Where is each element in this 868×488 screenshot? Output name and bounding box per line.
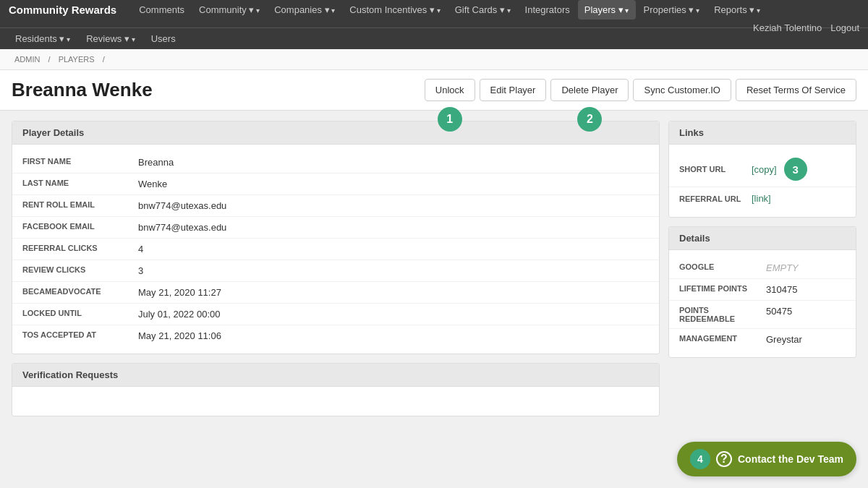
detail-value: bnw774@utexas.edu [138,222,226,233]
detail-value: May 21, 2020 11:27 [138,287,221,298]
links-row: SHORT URL[copy]3 [669,152,856,187]
nav-item-gift-cards[interactable]: Gift Cards ▾ [448,0,517,20]
details-label: LIFETIME POINTS [679,284,766,295]
links-header: Links [669,121,856,145]
links-label: SHORT URL [679,165,744,174]
right-panel: Links SHORT URL[copy]3REFERRAL URL[link]… [668,121,856,425]
details-header: Details [669,227,856,250]
nav-item-comments[interactable]: Comments [132,0,191,20]
verification-requests-header: Verification Requests [12,364,659,387]
breadcrumb: ADMIN / PLAYERS / [0,49,868,70]
nav-bottom-item-reviews[interactable]: Reviews ▾ [80,29,142,48]
details-row: MANAGEMENTGreystar [669,329,856,350]
nav-item-custom-incentives[interactable]: Custom Incentives ▾ [343,0,446,20]
details-section: Details GOOGLEEMPTYLIFETIME POINTS310475… [668,226,856,358]
detail-value: 3 [138,265,143,276]
verification-requests-body [12,387,659,416]
nav-bottom-item-users[interactable]: Users [145,29,182,48]
detail-label: FIRST NAME [22,157,138,168]
detail-label: BECAMEADVOCATE [22,287,138,298]
detail-row: REFERRAL CLICKS4 [12,239,659,260]
links-label: REFERRAL URL [679,194,744,203]
page-title: Breanna Wenke [12,79,153,110]
detail-label: REFERRAL CLICKS [22,244,138,254]
detail-row: RENT ROLL EMAILbnw774@utexas.edu [12,195,659,217]
brand: Community Rewards [9,4,116,16]
details-value: EMPTY [766,262,799,273]
breadcrumb-admin[interactable]: ADMIN [14,55,40,64]
breadcrumb-players[interactable]: PLAYERS [59,55,95,64]
btn-sync-customer.io[interactable]: Sync Customer.IO [633,79,731,101]
detail-row: REVIEW CLICKS3 [12,260,659,282]
detail-value: Wenke [138,179,167,189]
navbar-user: Keziah Tolentino Logout [753,22,859,33]
details-row: POINTS REDEEMABLE50475 [669,301,856,329]
detail-label: FACEBOOK EMAIL [22,222,138,233]
player-details-header: Player Details [12,121,659,145]
details-value: 310475 [766,284,797,295]
links-row: REFERRAL URL[link] [669,187,856,210]
player-details-body: FIRST NAMEBreannaLAST NAMEWenkeRENT ROLL… [12,145,659,354]
detail-value: July 01, 2022 00:00 [138,309,220,320]
logout-button[interactable]: Logout [830,22,859,33]
navbar: Community Rewards CommentsCommunity ▾Com… [0,0,868,49]
details-label: MANAGEMENT [679,334,766,345]
page-header: Breanna Wenke UnlockEdit PlayerDelete Pl… [0,70,868,111]
btn-edit-player[interactable]: Edit Player [480,79,547,101]
btn-reset-terms-of-service[interactable]: Reset Terms Of Service [736,79,856,101]
nav-item-community[interactable]: Community ▾ [192,0,266,20]
btn-delete-player[interactable]: Delete Player [550,79,629,101]
badge-3: 3 [784,158,807,181]
detail-label: LAST NAME [22,179,138,189]
details-value: Greystar [766,334,802,345]
details-body: GOOGLEEMPTYLIFETIME POINTS310475POINTS R… [669,250,856,357]
links-action[interactable]: [copy] [752,164,777,175]
detail-row: TOS ACCEPTED ATMay 21, 2020 11:06 [12,325,659,346]
detail-label: TOS ACCEPTED AT [22,330,138,341]
detail-label: LOCKED UNTIL [22,309,138,320]
main-content: Player Details FIRST NAMEBreannaLAST NAM… [0,111,868,435]
detail-row: BECAMEADVOCATEMay 21, 2020 11:27 [12,282,659,304]
details-label: GOOGLE [679,262,766,273]
username: Keziah Tolentino [753,22,822,33]
nav-item-properties[interactable]: Properties ▾ [637,0,707,20]
detail-label: RENT ROLL EMAIL [22,200,138,211]
links-body: SHORT URL[copy]3REFERRAL URL[link] [669,145,856,217]
player-details-section: Player Details FIRST NAMEBreannaLAST NAM… [12,121,660,354]
detail-row: LOCKED UNTILJuly 01, 2022 00:00 [12,304,659,325]
details-value: 50475 [766,306,792,323]
left-panel: Player Details FIRST NAMEBreannaLAST NAM… [12,121,660,425]
btn-unlock[interactable]: Unlock [425,79,475,101]
detail-value: May 21, 2020 11:06 [138,330,221,341]
detail-value: bnw774@utexas.edu [138,200,226,211]
details-label: POINTS REDEEMABLE [679,306,766,323]
badge-1: 1 [438,107,462,132]
details-row: GOOGLEEMPTY [669,257,856,279]
detail-row: FIRST NAMEBreanna [12,152,659,174]
detail-row: FACEBOOK EMAILbnw774@utexas.edu [12,217,659,239]
links-section: Links SHORT URL[copy]3REFERRAL URL[link] [668,121,856,218]
action-buttons: UnlockEdit PlayerDelete PlayerSync Custo… [425,79,856,110]
nav-item-reports[interactable]: Reports ▾ [707,0,767,20]
nav-bottom-item-residents[interactable]: Residents ▾ [9,29,77,48]
nav-item-players[interactable]: Players ▾ [578,0,636,20]
detail-label: REVIEW CLICKS [22,265,138,276]
verification-requests-section: Verification Requests [12,363,660,416]
details-row: LIFETIME POINTS310475 [669,279,856,301]
nav-item-integrators[interactable]: Integrators [519,0,576,20]
nav-item-companies[interactable]: Companies ▾ [268,0,341,20]
links-action[interactable]: [link] [752,193,771,204]
detail-value: 4 [138,244,143,254]
detail-row: LAST NAMEWenke [12,174,659,195]
detail-value: Breanna [138,157,174,168]
